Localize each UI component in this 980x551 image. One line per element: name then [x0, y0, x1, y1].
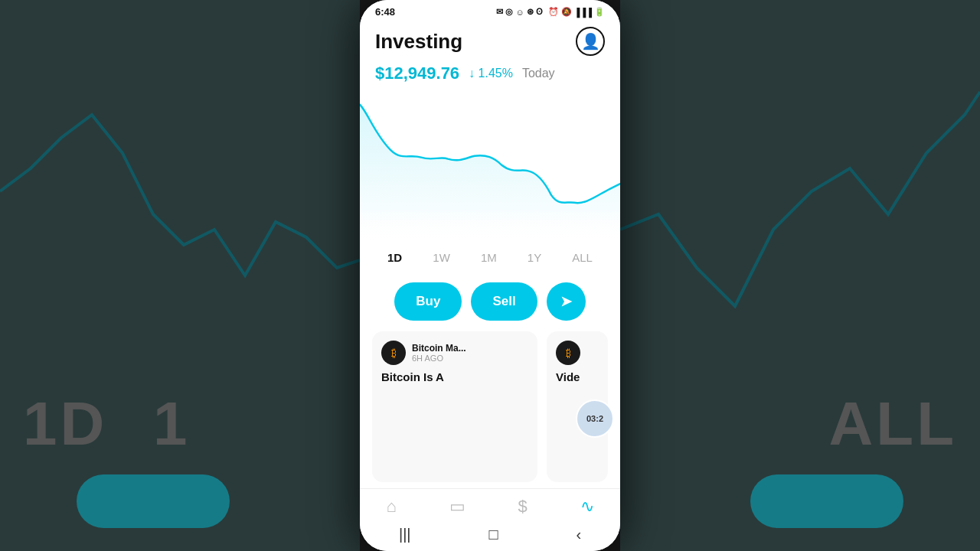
- news-source-1: Bitcoin Ma...: [412, 343, 466, 354]
- buy-button[interactable]: Buy: [394, 282, 462, 321]
- send-icon: ➤: [560, 293, 572, 310]
- nav-home[interactable]: ⌂: [386, 497, 396, 517]
- app-header: Investing 👤: [360, 21, 620, 59]
- settings-icon: ⊛: [527, 7, 534, 17]
- news-header-2: ₿: [556, 341, 599, 365]
- system-nav: ||| □ ‹: [360, 521, 620, 551]
- price-period: Today: [522, 67, 555, 80]
- time-btn-all[interactable]: ALL: [566, 248, 599, 267]
- battery-icon: 🔋: [594, 7, 605, 17]
- status-time: 6:48: [375, 6, 395, 18]
- news-logo-1: ₿: [381, 341, 406, 365]
- time-btn-1m[interactable]: 1M: [475, 248, 503, 267]
- video-duration-badge: 03:2: [576, 399, 614, 438]
- news-time-1: 6H AGO: [412, 354, 466, 363]
- news-meta-1: Bitcoin Ma... 6H AGO: [412, 343, 466, 363]
- bg-middle-text: 1: [153, 389, 191, 459]
- user-icon: 👤: [581, 32, 600, 51]
- chart-gradient: [360, 210, 620, 240]
- news-card-1[interactable]: ₿ Bitcoin Ma... 6H AGO Bitcoin Is A: [372, 331, 537, 482]
- time-btn-1y[interactable]: 1Y: [521, 248, 547, 267]
- send-button[interactable]: ➤: [547, 282, 586, 321]
- status-icons: ✉ ◎ ☺ ⊛ ʘ ⏰ 🔕 ▐▐▐ 🔋: [496, 7, 605, 17]
- email-icon: ✉: [496, 7, 503, 17]
- cards-icon: ▭: [449, 497, 466, 517]
- alarm-icon: ⏰: [548, 7, 559, 17]
- news-logo-2: ₿: [556, 341, 580, 365]
- bottom-nav: ⌂ ▭ $ ∿: [360, 488, 620, 521]
- bitcoin-mag-logo: ₿: [391, 347, 397, 359]
- time-range-selector: 1D 1W 1M 1Y ALL: [360, 240, 620, 275]
- time-btn-1d[interactable]: 1D: [381, 248, 408, 267]
- back-btn[interactable]: ‹: [576, 526, 581, 543]
- bg-right-panel: ALL: [620, 0, 980, 551]
- news-title-2: Vide: [556, 370, 599, 385]
- bg-left-panel: 1D 1: [0, 0, 360, 551]
- price-row: $12,949.76 ↓ 1.45% Today: [360, 59, 620, 90]
- face-icon: ☺: [515, 8, 524, 17]
- price-chart: [360, 90, 620, 240]
- nav-cards[interactable]: ▭: [449, 497, 466, 517]
- home-btn[interactable]: □: [488, 526, 498, 543]
- video-time: 03:2: [586, 414, 603, 423]
- bg-left-text: 1D: [23, 389, 107, 459]
- action-buttons: Buy Sell ➤: [360, 275, 620, 331]
- circle-icon: ◎: [505, 7, 513, 17]
- recent-apps-btn[interactable]: |||: [399, 526, 411, 543]
- nav-cash[interactable]: $: [518, 497, 527, 517]
- price-value: $12,949.76: [375, 64, 459, 83]
- avatar-button[interactable]: 👤: [576, 27, 605, 56]
- bg-right-button: [750, 474, 903, 528]
- bg-left-button: [77, 474, 230, 528]
- bitcoin-mag-logo-2: ₿: [566, 347, 571, 359]
- whatsapp-icon: ʘ: [536, 7, 543, 17]
- price-change: ↓ 1.45%: [469, 67, 513, 80]
- dollar-icon: $: [518, 497, 527, 517]
- status-bar: 6:48 ✉ ◎ ☺ ⊛ ʘ ⏰ 🔕 ▐▐▐ 🔋: [360, 0, 620, 21]
- news-title-1: Bitcoin Is A: [381, 370, 528, 385]
- page-title: Investing: [375, 30, 462, 54]
- nav-investing[interactable]: ∿: [580, 497, 594, 517]
- mute-icon: 🔕: [561, 7, 572, 17]
- news-header-1: ₿ Bitcoin Ma... 6H AGO: [381, 341, 528, 365]
- chart-icon: ∿: [580, 497, 594, 517]
- time-btn-1w[interactable]: 1W: [426, 248, 456, 267]
- signal-icon: ▐▐▐: [574, 8, 592, 17]
- bg-right-text: ALL: [828, 389, 957, 459]
- sell-button[interactable]: Sell: [471, 282, 537, 321]
- home-icon: ⌂: [386, 497, 396, 517]
- phone-frame: 6:48 ✉ ◎ ☺ ⊛ ʘ ⏰ 🔕 ▐▐▐ 🔋 Investing 👤 $12…: [360, 0, 620, 551]
